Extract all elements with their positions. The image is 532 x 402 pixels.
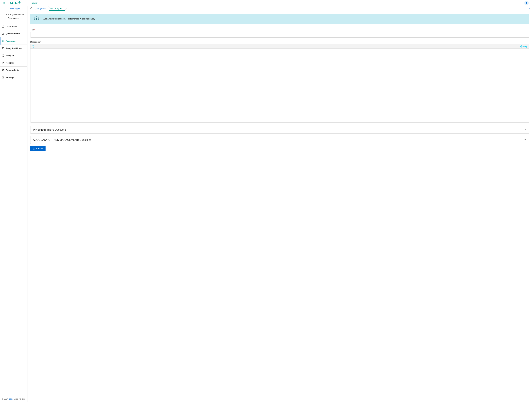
programs-icon — [2, 40, 4, 42]
description-textarea[interactable] — [31, 49, 529, 122]
editor-help-link[interactable]: Help — [520, 45, 527, 48]
breadcrumb-add-program[interactable]: Add Program — [49, 6, 65, 11]
copyright-prefix: © 2024 — [2, 398, 9, 400]
sidebar-item-reports[interactable]: Reports — [0, 59, 27, 66]
sidebar-item-analytical-model[interactable]: Analytical Model — [0, 45, 27, 52]
breadcrumb-label: Add Program — [50, 7, 63, 10]
analysis-icon — [2, 54, 4, 57]
svg-point-3 — [526, 2, 527, 3]
svg-point-17 — [3, 69, 4, 70]
info-icon: i — [34, 17, 39, 21]
breadcrumb-home[interactable] — [30, 6, 35, 11]
sidebar: My Insights FFIEC CyberSecurity Assessme… — [0, 6, 27, 402]
sidebar-item-questionnaire[interactable]: Questionnaire — [0, 30, 27, 37]
title-label: Title* — [30, 29, 529, 31]
accordion-header-adequacy-risk[interactable]: ADEQUACY OF RISK MANAGEMENT: Questions — [31, 136, 529, 144]
accordion-title: ADEQUACY OF RISK MANAGEMENT: Questions — [33, 138, 91, 141]
sidebar-item-respondents[interactable]: Respondents — [0, 67, 27, 74]
nav-label: Dashboard — [6, 25, 17, 28]
required-asterisk: * — [34, 29, 35, 31]
svg-point-18 — [3, 77, 4, 78]
insight-title: FFIEC CyberSecurity Assessment — [0, 11, 27, 23]
footer-brand-link[interactable]: Batoi — [9, 398, 13, 400]
title-label-text: Title — [30, 29, 34, 31]
nav-label: Reports — [6, 62, 14, 64]
toolbar-question-icon[interactable]: ? — [32, 45, 34, 48]
chevron-down-icon — [524, 138, 526, 141]
my-insights-link[interactable]: My Insights — [0, 6, 27, 11]
breadcrumb-programs[interactable]: Programs — [35, 6, 49, 11]
home-icon — [2, 25, 4, 28]
reports-icon — [2, 62, 4, 64]
nav-label: Questionnaire — [6, 32, 20, 35]
accordion-header-inherent-risk[interactable]: INHERENT RISK: Questions — [31, 126, 529, 133]
description-group: Description ? Help — [30, 41, 529, 123]
title-group: Title* — [30, 29, 529, 37]
accordion-adequacy-risk: ADEQUACY OF RISK MANAGEMENT: Questions — [30, 136, 529, 144]
breadcrumb-label: Programs — [37, 7, 46, 10]
model-icon — [2, 47, 4, 49]
nav-label: Analysis — [6, 54, 14, 57]
form-content: i Add a new Program here. Fields marked … — [27, 11, 532, 154]
breadcrumb: Programs Add Program — [27, 6, 65, 11]
app-name-label: Insight — [31, 2, 38, 4]
help-label: Help — [523, 45, 527, 48]
header-left: BATOI® Insight — [3, 1, 38, 5]
svg-point-16 — [3, 69, 3, 70]
nav-label: Programs — [6, 40, 16, 42]
info-text: Add a new Program here. Fields marked (*… — [43, 18, 95, 20]
svg-point-10 — [4, 49, 4, 49]
collapse-panel-button[interactable] — [527, 6, 532, 11]
nav-label: Settings — [6, 76, 14, 79]
users-icon — [2, 69, 4, 71]
editor-toolbar: ? Help — [31, 44, 529, 49]
top-header: BATOI® Insight — [0, 0, 532, 6]
submit-label: Submit — [36, 147, 43, 150]
my-insights-label: My Insights — [10, 7, 20, 10]
info-banner: i Add a new Program here. Fields marked … — [30, 14, 529, 24]
nav-label: Respondents — [6, 69, 19, 71]
menu-toggle-button[interactable] — [3, 2, 6, 4]
gear-icon — [2, 76, 4, 79]
sidebar-item-programs[interactable]: Programs — [0, 37, 27, 44]
user-avatar[interactable] — [524, 1, 529, 5]
sidebar-item-analysis[interactable]: Analysis — [0, 52, 27, 59]
question-icon — [2, 32, 4, 35]
sidebar-footer: © 2024 Batoi Legal Policies — [0, 396, 27, 402]
svg-point-7 — [2, 47, 3, 48]
accordion-inherent-risk: INHERENT RISK: Questions — [30, 126, 529, 134]
main-content: Programs Add Program i Add a new Program… — [27, 6, 532, 402]
chevron-down-icon — [524, 128, 526, 131]
svg-point-9 — [2, 49, 3, 49]
description-label: Description — [30, 41, 529, 43]
submit-button[interactable]: Submit — [30, 146, 45, 151]
logo-divider — [26, 1, 26, 5]
nav-label: Analytical Model — [6, 47, 22, 49]
sidebar-item-dashboard[interactable]: Dashboard — [0, 23, 27, 30]
breadcrumb-bar: Programs Add Program — [27, 6, 532, 11]
home-icon — [30, 7, 32, 10]
sidebar-item-settings[interactable]: Settings — [0, 74, 27, 81]
legal-text: Legal Policies — [13, 398, 25, 400]
svg-point-4 — [7, 8, 9, 9]
brand-logo[interactable]: BATOI® — [9, 1, 21, 5]
description-editor: ? Help — [30, 44, 529, 123]
title-input[interactable] — [30, 32, 529, 37]
sidebar-nav: Dashboard Questionnaire Programs Analyti… — [0, 23, 27, 396]
svg-point-8 — [4, 47, 4, 48]
accordion-title: INHERENT RISK: Questions — [33, 128, 66, 131]
logo-text: BATOI — [9, 1, 19, 5]
